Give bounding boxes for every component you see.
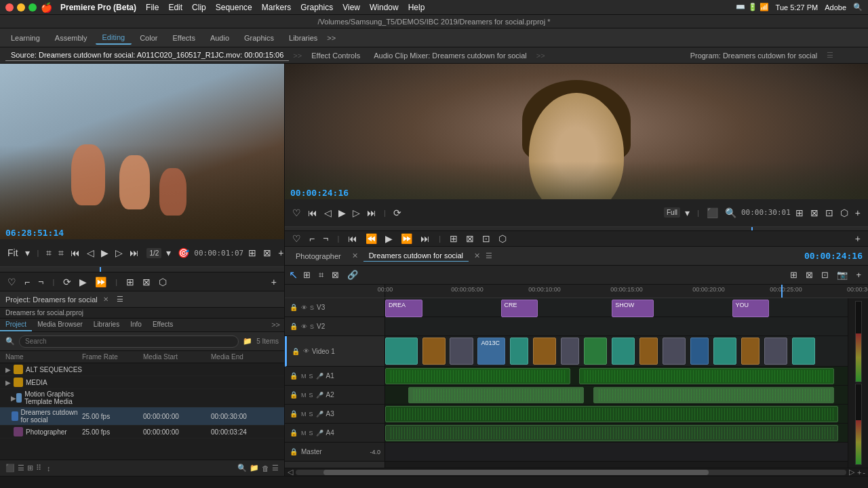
prog-fit-arrow[interactable]: ▾ xyxy=(683,207,692,218)
tab-project[interactable]: Project xyxy=(0,319,32,331)
src-play-stop[interactable]: ▶ xyxy=(77,277,89,287)
scroll-track[interactable] xyxy=(296,470,846,475)
a4-lock[interactable]: 🔒 xyxy=(289,429,298,436)
new-item-icon[interactable]: ⬛ xyxy=(5,464,15,472)
prog-transport-play[interactable]: ▶ xyxy=(383,233,395,244)
workspace-effects[interactable]: Effects xyxy=(165,32,201,44)
clip-cre[interactable]: CRE xyxy=(501,300,538,317)
file-row-alt-seq[interactable]: ▶ ALT SEQUENCES xyxy=(0,363,284,376)
icon-view-icon[interactable]: ⊞ xyxy=(27,464,33,472)
source-add-marker[interactable]: + xyxy=(276,247,284,258)
v1-clip-15[interactable] xyxy=(792,338,815,365)
a1-lock[interactable]: 🔒 xyxy=(289,372,298,380)
project-panel-more[interactable]: >> xyxy=(267,319,284,331)
v1-clip-5[interactable] xyxy=(533,338,556,365)
v1-clip-4[interactable] xyxy=(510,338,528,365)
src-set-in-btn[interactable]: ⌐ xyxy=(22,277,32,287)
file-row-motion-graphics[interactable]: ▶ Motion Graphics Template Media xyxy=(0,389,284,407)
col-mediaend[interactable]: Media End xyxy=(211,353,279,361)
a1-clip-2[interactable] xyxy=(579,368,833,384)
timeline-timecode[interactable]: 00:00:24:16 xyxy=(804,251,863,261)
v1-clip-a013c[interactable]: A013C xyxy=(477,338,505,365)
a2-mute[interactable]: M xyxy=(301,392,307,399)
project-search-input[interactable] xyxy=(19,336,239,348)
master-lock[interactable]: 🔒 xyxy=(289,448,298,455)
sequence-menu[interactable]: Sequence xyxy=(216,3,252,12)
workspace-learning[interactable]: Learning xyxy=(4,32,47,44)
scroll-right-btn[interactable]: ▷ xyxy=(849,468,854,476)
source-step-back[interactable]: ◁ xyxy=(85,247,96,258)
sort-icon[interactable]: ↕ xyxy=(47,464,51,472)
v1-clip-2[interactable] xyxy=(422,338,446,365)
tab-effects[interactable]: Effects xyxy=(147,319,178,331)
workspace-assembly[interactable]: Assembly xyxy=(48,32,94,44)
edit-menu[interactable]: Edit xyxy=(168,3,182,12)
v1-clip-1[interactable] xyxy=(385,338,418,365)
timeline-more[interactable]: + xyxy=(853,268,864,281)
prog-zoom-btn[interactable]: 🔍 xyxy=(723,207,738,218)
src-set-out-btn[interactable]: ¬ xyxy=(36,277,45,287)
help-menu[interactable]: Help xyxy=(408,3,425,12)
a2-clip-2[interactable] xyxy=(593,387,834,403)
app-name-menu[interactable]: Premiere Pro (Beta) xyxy=(60,3,136,12)
v1-clip-10[interactable] xyxy=(663,338,686,365)
prog-transport-go-in[interactable]: ⏮ xyxy=(346,233,359,244)
tab-media-browser[interactable]: Media Browser xyxy=(32,319,88,331)
freeform-view-icon[interactable]: ⠿ xyxy=(36,464,41,472)
src-insert-btn[interactable]: ⊞ xyxy=(124,277,136,287)
view-menu[interactable]: View xyxy=(342,3,360,12)
src-fwd-btn[interactable]: ⏩ xyxy=(93,277,108,287)
scroll-left-btn[interactable]: ◁ xyxy=(288,468,293,476)
delete-icon[interactable]: 🗑 xyxy=(262,464,269,472)
a2-lock[interactable]: 🔒 xyxy=(289,391,298,399)
source-go-out[interactable]: ⏭ xyxy=(127,247,141,258)
a3-mic[interactable]: 🎤 xyxy=(316,411,323,418)
file-row-media[interactable]: ▶ MEDIA xyxy=(0,376,284,389)
prog-transport-rev[interactable]: ⏪ xyxy=(363,233,379,244)
file-row-dreamers[interactable]: Dreamers cutdown for social 25.00 fps 00… xyxy=(0,407,284,426)
v1-clip-9[interactable] xyxy=(639,338,658,365)
col-mediastart[interactable]: Media Start xyxy=(143,353,211,361)
program-panel-tab[interactable]: Program: Dreamers cutdown for social xyxy=(685,50,823,61)
col-name[interactable]: Name xyxy=(5,353,82,361)
time-ruler[interactable]: 00:00 00:00:05:00 00:00:10:00 00:00:15:0… xyxy=(285,285,868,298)
project-panel-options[interactable]: ☰ xyxy=(117,295,123,304)
source-fit-arrow[interactable]: ▾ xyxy=(23,247,32,258)
a2-clip-1[interactable] xyxy=(408,387,584,403)
scroll-zoom-in[interactable]: + xyxy=(857,468,861,476)
source-insert[interactable]: ⊞ xyxy=(246,247,258,258)
src-add-marker-btn[interactable]: ♡ xyxy=(5,277,18,287)
prog-step-fwd[interactable]: ▷ xyxy=(351,207,362,218)
workspace-color[interactable]: Color xyxy=(133,32,164,44)
v2-lock[interactable]: 🔒 xyxy=(289,323,298,330)
fullscreen-button[interactable] xyxy=(28,3,37,12)
clip-you[interactable]: YOU xyxy=(732,300,770,317)
v1-clip-11[interactable] xyxy=(690,338,709,365)
window-menu[interactable]: Window xyxy=(370,3,399,12)
v1-clip-3[interactable] xyxy=(450,338,473,365)
camera-tool[interactable]: 📷 xyxy=(834,268,850,281)
prog-go-in[interactable]: ⏮ xyxy=(306,207,319,218)
snap-tool[interactable]: ⊞ xyxy=(300,268,313,281)
apple-menu[interactable]: 🍎 xyxy=(41,2,52,13)
a2-solo[interactable]: S xyxy=(309,392,313,399)
source-panel-tab[interactable]: Source: Dreamers cutdown for social: A01… xyxy=(5,49,289,61)
audio-clip-mixer-tab[interactable]: Audio Clip Mixer: Dreamers cutdown for s… xyxy=(368,50,532,61)
clip-show[interactable]: SHOW xyxy=(612,300,653,317)
prog-play[interactable]: ▶ xyxy=(336,207,348,218)
v1-clip-13[interactable] xyxy=(741,338,760,365)
a2-mic[interactable]: 🎤 xyxy=(316,392,323,399)
a4-mic[interactable]: 🎤 xyxy=(316,430,323,436)
match-frame-tool[interactable]: ⊡ xyxy=(818,268,831,281)
effect-controls-tab[interactable]: Effect Controls xyxy=(306,50,366,61)
source-play[interactable]: ▶ xyxy=(99,247,111,258)
tab-info[interactable]: Info xyxy=(125,319,147,331)
extract-tool[interactable]: ⊠ xyxy=(803,268,816,281)
prog-transport-1[interactable]: ♡ xyxy=(290,233,303,244)
minimize-button[interactable] xyxy=(17,3,25,12)
source-scrub-bar[interactable] xyxy=(0,267,284,272)
prog-lift-btn[interactable]: ⊞ xyxy=(793,207,806,218)
prog-fit-selector[interactable]: Full xyxy=(664,207,680,218)
v3-lock[interactable]: 🔒 xyxy=(289,304,298,311)
find-icon[interactable]: 🔍 xyxy=(237,464,247,472)
